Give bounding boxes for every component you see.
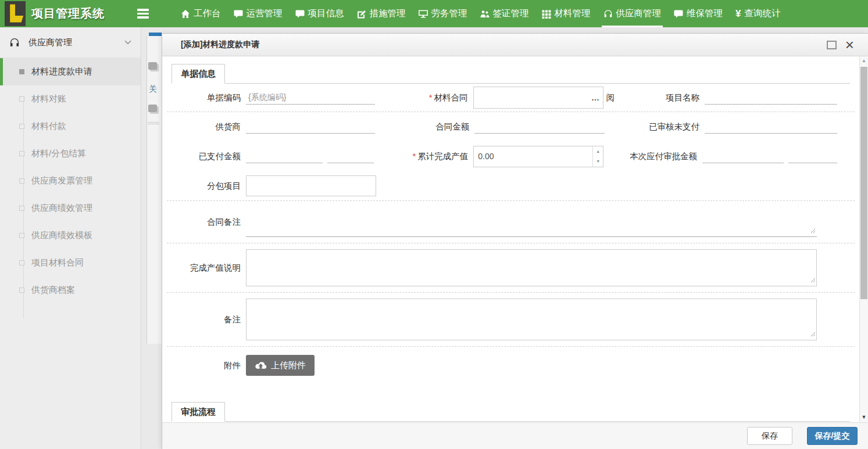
field-suffix-text: 阅 [606, 92, 615, 103]
tree-bullet-icon [19, 151, 24, 156]
required-marker: * [429, 93, 433, 102]
field-label: 本次应付审批金额 [612, 151, 697, 162]
nav-item[interactable]: ¥查询统计 [729, 0, 787, 27]
paid-amount-secondary-input[interactable] [327, 149, 374, 163]
field-label: 单据编码 [174, 92, 241, 103]
background-active-tab-indicator [149, 33, 162, 36]
background-page-strip: 关 [141, 27, 162, 449]
sidebar-item[interactable]: 供应商绩效管理 [0, 195, 141, 222]
form-row: 附件 上传附件 [174, 355, 837, 376]
field-label: 项目名称 [615, 92, 699, 103]
dialog-body: 单据信息 单据编码 *材料合同 … 阅 项目名称 [162, 56, 859, 422]
chevron-down-icon [124, 40, 131, 45]
paid-amount-input[interactable] [246, 149, 323, 163]
sidebar-item[interactable]: 项目材料合同 [0, 249, 141, 276]
tab-approval-flow[interactable]: 审批流程 [172, 402, 225, 422]
divider [148, 122, 159, 123]
supplier-input[interactable] [246, 120, 375, 134]
dashed-divider [167, 292, 855, 293]
comment-icon [234, 9, 243, 19]
form-row: 完成产值说明 [174, 249, 817, 286]
sidebar-item[interactable]: 材料对账 [0, 85, 141, 113]
tree-bullet-icon [19, 69, 24, 74]
ellipsis-picker-button[interactable]: … [589, 93, 603, 102]
tree-bullet-icon [19, 206, 24, 211]
nav-item[interactable]: 项目信息 [289, 0, 351, 27]
copy-icon [148, 105, 157, 112]
cumulative-output-input[interactable] [474, 146, 592, 167]
yen-icon: ¥ [735, 9, 741, 19]
nav-item[interactable]: 供应商管理 [597, 0, 668, 27]
upload-attachment-button[interactable]: 上传附件 [246, 355, 315, 376]
doc-code-input[interactable] [246, 91, 375, 105]
sidebar-item[interactable]: 供应商发票管理 [0, 167, 141, 195]
background-text-fragment: 关 [149, 84, 157, 95]
cloud-upload-icon [255, 361, 267, 370]
dialog-title: [添加]材料进度款申请 [181, 39, 259, 50]
save-button[interactable]: 保存 [747, 427, 792, 445]
field-label: 合同备注 [174, 217, 241, 228]
nav-item[interactable]: 材料管理 [535, 0, 597, 27]
tree-bullet-icon [19, 96, 24, 102]
nav-item[interactable]: 签证管理 [474, 0, 535, 27]
field-label: *累计完成产值 [385, 151, 468, 162]
sidebar-item[interactable]: 供货商档案 [0, 276, 141, 304]
project-name-input[interactable] [705, 91, 837, 105]
sidebar-item[interactable]: 材料/分包结算 [0, 140, 141, 167]
contract-remark-textarea[interactable] [246, 207, 817, 237]
approved-unpaid-input[interactable] [705, 120, 837, 134]
output-note-textarea[interactable] [246, 249, 817, 286]
grid-icon [542, 9, 551, 19]
remark-textarea[interactable] [246, 299, 817, 340]
field-label: 供货商 [174, 121, 241, 132]
sidebar-item[interactable]: 材料进度款申请 [0, 58, 141, 85]
field-label: 已审核未支付 [615, 121, 699, 132]
spinner-down-icon[interactable]: ▼ [593, 156, 603, 167]
nav-item[interactable]: 措施管理 [351, 0, 412, 27]
comment-icon [674, 9, 683, 19]
form-row: 已支付金额 *累计完成产值 ▲ ▼ 本次应付审批金额 [174, 141, 837, 171]
app-logo [5, 1, 26, 26]
scroll-up-icon[interactable]: ▲ [860, 58, 868, 63]
maximize-icon[interactable] [827, 41, 837, 49]
contract-amount-input[interactable] [474, 120, 605, 134]
divider [148, 124, 159, 124]
material-contract-input[interactable] [474, 87, 589, 108]
nav-item[interactable]: 工作台 [174, 0, 227, 27]
nav-item[interactable]: 运营管理 [227, 0, 289, 27]
close-icon[interactable]: × [845, 39, 854, 51]
tab-doc-info[interactable]: 单据信息 [172, 64, 225, 84]
spinner-up-icon[interactable]: ▲ [593, 146, 603, 157]
current-payable-secondary-input[interactable] [788, 149, 837, 163]
subcontract-project-input[interactable] [247, 176, 376, 196]
field-label: 备注 [174, 314, 241, 325]
hamburger-menu-icon[interactable] [137, 9, 149, 19]
sidebar-item[interactable]: 材料付款 [0, 113, 141, 140]
background-panel [147, 36, 162, 344]
sidebar: 供应商管理 材料进度款申请材料对账材料付款材料/分包结算供应商发票管理供应商绩效… [0, 27, 141, 449]
nav-item[interactable]: 维保管理 [667, 0, 729, 27]
field-label: 附件 [174, 360, 241, 371]
tabbar: 单据信息 [172, 64, 850, 84]
nav-item[interactable]: 劳务管理 [412, 0, 474, 27]
field-label: 分包项目 [174, 181, 241, 192]
scrollbar-thumb[interactable] [860, 67, 867, 299]
sidebar-group-suppliers[interactable]: 供应商管理 [0, 27, 141, 58]
field-label: 完成产值说明 [174, 263, 241, 274]
logo-l-icon [6, 3, 24, 24]
subcontract-project-field [246, 175, 376, 196]
form-row: 供货商 合同金额 已审核未支付 [174, 112, 837, 141]
scroll-down-icon[interactable]: ▼ [860, 414, 868, 420]
home-icon [181, 9, 190, 19]
current-payable-input[interactable] [702, 149, 784, 163]
app-title: 项目管理系统 [31, 6, 105, 21]
dialog-header: [添加]材料进度款申请 × [162, 34, 868, 56]
save-submit-button[interactable]: 保存/提交 [807, 427, 858, 445]
tabbar-approval: 审批流程 [172, 402, 850, 422]
dashed-divider [167, 200, 855, 201]
tree-bullet-icon [19, 288, 24, 293]
copy-icon [148, 62, 157, 70]
sidebar-item[interactable]: 供应商绩效模板 [0, 222, 141, 249]
headphones-icon [9, 38, 20, 48]
field-label: *材料合同 [385, 92, 468, 103]
